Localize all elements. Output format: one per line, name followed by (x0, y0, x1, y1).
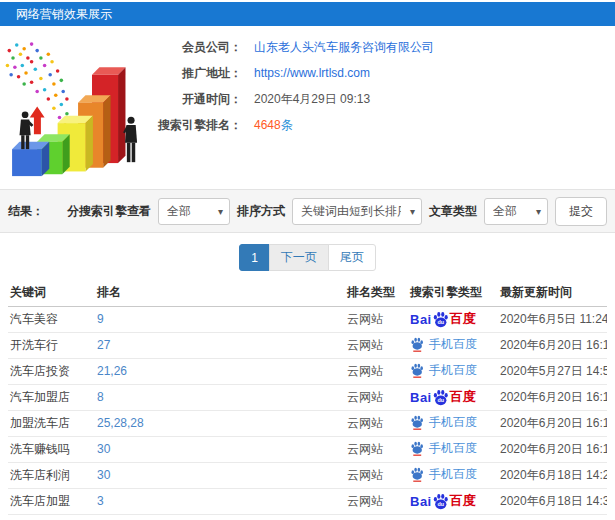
page-1-button[interactable]: 1 (239, 244, 270, 271)
keyword-cell: 洗车店加盟 (8, 488, 95, 514)
table-row: 汽车加盟店 8 云网站 Bai du 百度 (8, 384, 607, 410)
rank-cell: 9 (95, 306, 345, 332)
baidu-logo-icon: Bai du 百度 (410, 492, 476, 510)
table-row: 加盟洗车店 25,28,28 云网站 Bai du 百度 (8, 410, 607, 436)
rank-type-cell: 云网站 (345, 462, 408, 488)
engine-rank-value: 4648条 (254, 118, 293, 133)
updated-time-cell: 2020年6月20日 16:11 (498, 410, 607, 436)
keyword-cell: 开洗车行 (8, 332, 95, 358)
baidu-logo-icon: Bai du 百度 (410, 310, 476, 328)
baidu-logo-icon: Bai du 百度 (410, 388, 476, 406)
baidu-paw-icon: du (432, 311, 449, 328)
engine-type-cell: Bai du 百度 (408, 332, 498, 358)
engine-type-cell: Bai du 百度 (408, 410, 498, 436)
header-engine-type: 搜索引擎类型 (408, 280, 498, 306)
rank-type-cell: 云网站 (345, 384, 408, 410)
member-info-section: 会员公司： 山东老人头汽车服务咨询有限公司 推广地址： https://www.… (0, 26, 615, 189)
baidu-paw-icon: du (432, 493, 449, 510)
engine-type-cell: Bai du 百度 (408, 462, 498, 488)
rank-link[interactable]: 21,26 (97, 364, 127, 378)
header-updated-time: 最新更新时间 (498, 280, 607, 306)
svg-text:du: du (437, 397, 444, 403)
baidu-paw-icon: du (432, 389, 449, 406)
engine-rank-label: 搜索引擎排名： (158, 118, 242, 133)
rank-link[interactable]: 30 (97, 442, 110, 456)
rank-link[interactable]: 27 (97, 338, 110, 352)
table-row: 洗车店利润 30 云网站 Bai du 百度 (8, 462, 607, 488)
company-link[interactable]: 山东老人头汽车服务咨询有限公司 (254, 40, 434, 55)
table-header-row: 关键词 排名 排名类型 搜索引擎类型 最新更新时间 (8, 280, 607, 306)
updated-time-cell: 2020年6月18日 14:30 (498, 488, 607, 514)
updated-time-cell: 2020年6月20日 16:12 (498, 384, 607, 410)
rank-type-cell: 云网站 (345, 306, 408, 332)
engine-type-cell: Bai du 百度 (408, 384, 498, 410)
last-page-button[interactable]: 尾页 (328, 244, 376, 271)
engine-filter-select[interactable]: 全部 (159, 199, 229, 224)
updated-time-cell: 2020年5月27日 14:58 (498, 358, 607, 384)
article-type-select[interactable]: 全部 (485, 199, 547, 224)
company-row: 会员公司： 山东老人头汽车服务咨询有限公司 (158, 40, 615, 55)
rank-link[interactable]: 30 (97, 468, 110, 482)
header-keyword: 关键词 (8, 280, 95, 306)
table-row: 洗车赚钱吗 30 云网站 Bai du 百度 (8, 436, 607, 462)
keyword-cell: 汽车美容 (8, 306, 95, 332)
rank-type-cell: 云网站 (345, 332, 408, 358)
mobile-baidu-paw-icon (410, 415, 424, 430)
next-page-button[interactable]: 下一页 (269, 244, 329, 271)
mobile-baidu-paw-icon (410, 337, 424, 352)
header-rank-type: 排名类型 (345, 280, 408, 306)
keyword-ranking-table: 关键词 排名 排名类型 搜索引擎类型 最新更新时间 汽车美容 9 云网站 Bai… (8, 280, 607, 515)
rank-type-cell: 云网站 (345, 410, 408, 436)
table-row: 洗车店投资 21,26 云网站 Bai du 百度 (8, 358, 607, 384)
rank-cell: 27 (95, 332, 345, 358)
engine-rank-row: 搜索引擎排名： 4648条 (158, 118, 615, 133)
rank-link[interactable]: 25,28,28 (97, 416, 144, 430)
rank-count-unit: 条 (281, 118, 293, 132)
table-row: 洗车店加盟 3 云网站 Bai du 百度 (8, 488, 607, 514)
filter-bar: 结果： 分搜索引擎查看 全部 排序方式 关键词由短到长排序 文章类型 全部 提交 (0, 189, 615, 233)
rank-link[interactable]: 3 (97, 494, 104, 508)
member-info-list: 会员公司： 山东老人头汽车服务咨询有限公司 推广地址： https://www.… (158, 34, 615, 189)
updated-time-cell: 2020年6月20日 16:16 (498, 332, 607, 358)
keyword-cell: 洗车店利润 (8, 462, 95, 488)
sort-filter-select[interactable]: 关键词由短到长排序 (293, 199, 421, 224)
sort-filter-select-wrap: 关键词由短到长排序 (292, 198, 422, 225)
rank-link[interactable]: 8 (97, 390, 104, 404)
bar-blue (12, 142, 49, 176)
engine-type-cell: Bai du 百度 (408, 436, 498, 462)
mobile-baidu-paw-icon (410, 363, 424, 378)
table-row: 汽车美容 9 云网站 Bai du 百度 (8, 306, 607, 332)
submit-button[interactable]: 提交 (555, 197, 607, 226)
engine-type-cell: Bai du 百度 (408, 306, 498, 332)
growth-chart-illustration (0, 34, 158, 189)
svg-text:du: du (437, 501, 444, 507)
window-title-bar: 网络营销效果展示 (0, 2, 615, 26)
keyword-cell: 汽车加盟店 (8, 384, 95, 410)
rank-link[interactable]: 9 (97, 312, 104, 326)
rank-cell: 30 (95, 436, 345, 462)
filter-controls: 分搜索引擎查看 全部 排序方式 关键词由短到长排序 文章类型 全部 提交 (67, 197, 607, 226)
rank-type-cell: 云网站 (345, 436, 408, 462)
updated-time-cell: 2020年6月5日 11:24 (498, 306, 607, 332)
page-title: 网络营销效果展示 (16, 6, 112, 23)
mobile-baidu-paw-icon (410, 467, 424, 482)
sort-filter-label: 排序方式 (237, 203, 285, 220)
header-rank: 排名 (95, 280, 345, 306)
promotion-url-link[interactable]: https://www.lrtlsd.com (254, 66, 370, 81)
rank-cell: 3 (95, 488, 345, 514)
mobile-baidu-paw-icon (410, 441, 424, 456)
result-label: 结果： (8, 203, 44, 220)
rank-count: 4648 (254, 118, 281, 132)
rank-cell: 25,28,28 (95, 410, 345, 436)
mobile-baidu-icon: 手机百度 (410, 466, 477, 483)
rank-cell: 21,26 (95, 358, 345, 384)
article-type-select-wrap: 全部 (484, 198, 548, 225)
pagination: 1 下一页 尾页 (0, 233, 615, 280)
updated-time-cell: 2020年6月18日 14:27 (498, 462, 607, 488)
engine-type-cell: Bai du 百度 (408, 358, 498, 384)
promotion-url-row: 推广地址： https://www.lrtlsd.com (158, 66, 615, 81)
rank-cell: 30 (95, 462, 345, 488)
company-label: 会员公司： (158, 40, 242, 55)
rank-type-cell: 云网站 (345, 358, 408, 384)
engine-filter-select-wrap: 全部 (158, 198, 230, 225)
